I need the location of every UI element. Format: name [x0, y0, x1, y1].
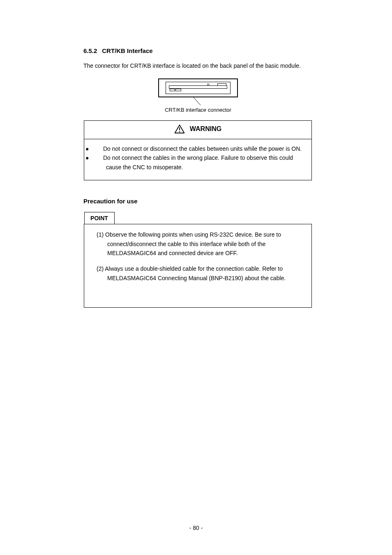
precaution-header: Precaution for use — [83, 198, 351, 205]
warning-icon — [174, 124, 185, 134]
warning-body: ● Do not connect or disconnect the cable… — [84, 139, 312, 180]
svg-line-0 — [193, 97, 201, 105]
page-footer: - 80 - — [0, 525, 392, 531]
warning-heading-text: WARNING — [190, 125, 221, 133]
section-number: 6.5.2 — [83, 47, 97, 54]
intro-text: The connector for CRT/KB interface is lo… — [83, 62, 351, 70]
warning-box: WARNING ● Do not connect or disconnect t… — [84, 120, 312, 180]
point-body: (1) Observe the following points when us… — [84, 224, 312, 308]
warning-bullet-1: ● — [96, 144, 101, 153]
warning-text-2: Do not connect the cables in the wrong p… — [103, 154, 293, 170]
warning-text-1: Do not connect or disconnect the cables … — [103, 145, 302, 152]
section-title: CRT/KB Interface — [102, 47, 152, 54]
warning-header: WARNING — [84, 121, 312, 139]
section-header: 6.5.2 CRT/KB Interface — [83, 47, 351, 54]
svg-point-3 — [179, 131, 180, 132]
point-bullet-2: (2) — [97, 265, 104, 272]
connector-drawing — [158, 78, 238, 97]
figure-crt-kb-connector: CRT/KB interface connector — [45, 78, 351, 113]
point-tab-label: POINT — [84, 212, 115, 224]
point-box: POINT (1) Observe the following points w… — [84, 212, 312, 308]
point-text-2: Always use a double-shielded cable for t… — [105, 265, 286, 281]
figure-caption: CRT/KB interface connector — [165, 107, 231, 113]
point-bullet-1: (1) — [97, 231, 104, 238]
warning-bullet-2: ● — [96, 153, 101, 162]
precaution-title: Precaution for use — [83, 198, 138, 205]
point-text-1: Observe the following points when using … — [105, 231, 281, 256]
figure-pointer-line — [192, 97, 204, 106]
